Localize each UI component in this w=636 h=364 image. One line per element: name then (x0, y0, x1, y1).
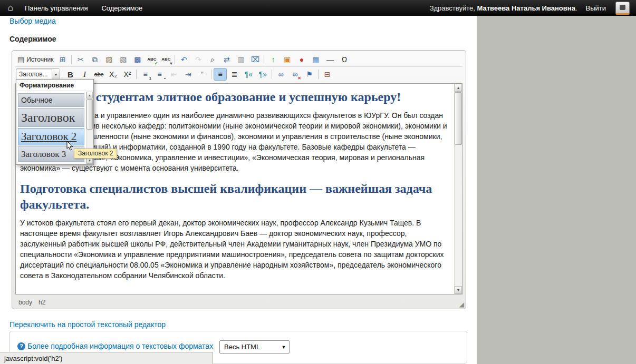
switch-plain-editor-link[interactable]: Переключить на простой текстовый редакто… (9, 320, 166, 329)
superscript-button[interactable]: X² (121, 68, 134, 81)
align-justify-button[interactable]: ≣ (228, 68, 241, 81)
greeting: Здравствуйте, Матвеева Наталья Ивановна. (430, 4, 577, 12)
source-icon: ▤ (17, 56, 24, 63)
resize-grip[interactable]: ◢ (459, 301, 464, 308)
replace-button[interactable]: ⇄ (220, 53, 233, 66)
table-button[interactable]: ▦ (309, 53, 322, 66)
align-justify-icon: ≣ (232, 71, 238, 78)
admin-toolbar: ⌂ Панель управления Содержимое Здравству… (0, 0, 636, 16)
remove-format-button[interactable]: ⌧ (248, 53, 262, 66)
superscript-icon: X² (124, 71, 131, 78)
text-format-select[interactable]: Весь HTML ▼ (219, 340, 290, 353)
media-select-link[interactable]: Выбор медиа (9, 17, 56, 25)
scayt-button[interactable]: ABC▾ (159, 53, 172, 66)
user-name: Матвеева Наталья Ивановна (477, 4, 575, 12)
toolbar-separator (264, 55, 264, 64)
paste-plain-icon: ▧ (120, 56, 127, 63)
select-all-button[interactable]: ▥ (234, 53, 247, 66)
scrollbar-thumb[interactable] (86, 99, 93, 130)
cut-button[interactable]: ✂ (74, 53, 87, 66)
paste-plain-button[interactable]: ▧ (117, 53, 130, 66)
outdent-button[interactable]: ⇤ (167, 68, 180, 81)
format-dropdown-title: Форматирование (16, 80, 93, 91)
copy-button[interactable]: ⧉ (88, 53, 101, 66)
templates-button[interactable]: ⊞ (56, 53, 69, 66)
text-format-help-link[interactable]: Более подробная информация о текстовых ф… (27, 342, 213, 350)
outdent-icon: ⇤ (171, 71, 177, 78)
align-left-button[interactable]: ≡ (214, 68, 227, 81)
teaser-break-button[interactable]: ⊟ (321, 68, 334, 81)
link-button[interactable]: ∞ (274, 68, 287, 81)
upload-button[interactable]: ↑ (266, 53, 280, 66)
numbered-list-button[interactable]: ≡1 (139, 68, 152, 81)
toolbar-separator (136, 70, 137, 79)
nav-content[interactable]: Содержимое (94, 0, 149, 16)
dir-rtl-button[interactable]: ¶» (256, 68, 269, 81)
blockquote-icon: “ (201, 71, 204, 78)
anchor-button[interactable]: ⚑ (303, 68, 316, 81)
blockquote-button[interactable]: “ (196, 68, 209, 81)
indent-button[interactable]: ⇥ (181, 68, 195, 81)
scroll-up-icon[interactable]: ▲ (86, 92, 93, 99)
strike-button[interactable]: abc (92, 68, 105, 81)
format-option-tooltip: Заголовок 2 (74, 149, 117, 159)
teaser-break-icon: ⊟ (324, 71, 331, 78)
flash-button[interactable]: ● (295, 53, 308, 66)
source-button[interactable]: ▤Источник (16, 53, 55, 66)
source-label: Источник (26, 56, 53, 63)
content-paragraph-2: У истоков факультета стоял его первый де… (20, 218, 449, 281)
scroll-up-icon[interactable]: ▲ (455, 84, 462, 92)
status-bar: javascript:void('h2') (0, 352, 213, 364)
redo-button[interactable]: ↷ (191, 53, 205, 66)
toolbar-separator (318, 70, 319, 79)
editor-toolbar-row-1: ▤Источник⊞✂⧉▨▧▩ABC✓ABC▾↶↷⌕⇄▥⌧↑▣●▦―Ω (15, 52, 462, 67)
greeting-suffix: . (575, 4, 577, 12)
format-help-row: ? Более подробная информация о текстовых… (17, 342, 213, 350)
unlink-button[interactable]: ∞✕ (288, 68, 302, 81)
dir-ltr-button[interactable]: ¶« (242, 68, 255, 81)
anchor-icon: ⚑ (306, 71, 313, 78)
redo-icon: ↷ (195, 56, 201, 63)
paste-icon: ▨ (105, 56, 112, 63)
subscript-button[interactable]: X₂ (107, 68, 120, 81)
editor-scrollbar[interactable]: ▲ ▼ (454, 84, 462, 294)
nav-dashboard[interactable]: Панель управления (18, 0, 94, 16)
image-icon: ▣ (284, 56, 291, 63)
paste-button[interactable]: ▨ (102, 53, 115, 66)
text-format-value: Весь HTML (224, 343, 260, 351)
home-icon[interactable]: ⌂ (3, 0, 18, 16)
paste-word-button[interactable]: ▩ (131, 53, 144, 66)
scrollbar-thumb[interactable] (455, 92, 462, 145)
content-region: Выбор медиа Содержимое ▤Источник⊞✂⧉▨▧▩AB… (0, 16, 477, 364)
link-icon: ∞ (278, 71, 284, 78)
image-button[interactable]: ▣ (281, 53, 294, 66)
format-option-h2[interactable]: Заголовок 2 (18, 128, 84, 145)
path-h2[interactable]: h2 (38, 299, 45, 306)
format-option-h1[interactable]: Заголовок (18, 108, 84, 127)
format-combo-value: Заголов... (16, 71, 52, 78)
toolbar-toggle-button[interactable] (615, 2, 630, 15)
dir-ltr-icon: ¶« (245, 71, 253, 78)
format-option-normal[interactable]: Обычное (18, 93, 84, 107)
flash-icon: ● (300, 56, 304, 63)
special-char-button[interactable]: Ω (338, 53, 351, 66)
numbered-list-icon: ≡ (143, 71, 147, 78)
editor-element-path: body h2 ◢ (12, 296, 466, 309)
logout-link[interactable]: Выйти (586, 4, 606, 12)
scroll-down-icon[interactable]: ▼ (455, 286, 462, 294)
bulleted-list-button[interactable]: ≡• (153, 68, 166, 81)
undo-icon: ↶ (181, 56, 187, 63)
toggle-icon (620, 5, 625, 10)
format-combo[interactable]: Заголов...▼ (16, 68, 60, 80)
spellcheck-button[interactable]: ABC✓ (145, 53, 158, 66)
find-button[interactable]: ⌕ (206, 53, 219, 66)
body-field-label: Содержимое (9, 35, 56, 43)
status-bar-text: javascript:void('h2') (4, 355, 62, 362)
table-icon: ▦ (312, 56, 319, 63)
numbered-list-badge-icon: 1 (149, 76, 151, 81)
find-icon: ⌕ (210, 56, 215, 63)
undo-button[interactable]: ↶ (177, 53, 190, 66)
path-body[interactable]: body (18, 299, 32, 306)
align-left-icon: ≡ (218, 71, 222, 78)
horizontal-rule-button[interactable]: ― (323, 53, 336, 66)
